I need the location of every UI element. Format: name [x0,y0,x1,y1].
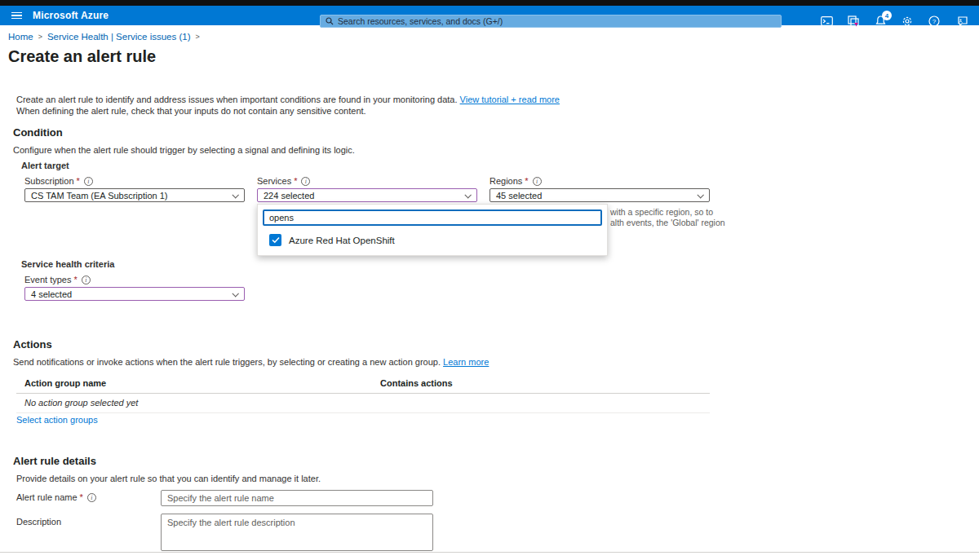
directories-filter-icon[interactable] [847,15,860,28]
alert-rule-name-info-icon[interactable]: i [87,493,96,502]
required-asterisk: * [294,176,297,186]
description-label: Description [16,517,61,527]
chevron-down-icon [232,290,238,297]
condition-description: Configure when the alert rule should tri… [13,145,355,155]
intro-line1: Create an alert rule to identify and add… [16,95,458,104]
actions-description: Send notifications or invoke actions whe… [13,357,489,367]
alert-rule-name-label: Alert rule name * i [16,492,96,502]
table-header-row: Action group name Contains actions [16,374,710,394]
option-checkbox-checked[interactable] [269,234,281,246]
global-search-placeholder: Search resources, services, and docs (G+… [338,16,503,26]
learn-more-link[interactable]: Learn more [443,357,489,367]
intro-text: Create an alert rule to identify and add… [16,94,685,117]
global-search-input[interactable]: Search resources, services, and docs (G+… [320,15,782,28]
breadcrumb-service-health-link[interactable]: Service Health | Service issues (1) [47,32,191,42]
column-contains-actions: Contains actions [380,378,453,388]
service-option-row[interactable]: Azure Red Hat OpenShift [258,227,607,248]
page-more-menu-icon[interactable]: ··· [142,52,154,64]
alert-rule-details-description: Provide details on your alert rule so th… [16,474,321,483]
service-health-criteria-heading: Service health criteria [21,259,114,269]
event-types-label: Event types * i [24,275,91,284]
search-icon [326,17,334,25]
regions-dropdown[interactable]: 45 selected [490,188,710,202]
empty-state-text: No action group selected yet [24,398,138,408]
azure-top-bar: Microsoft Azure Search resources, servic… [0,6,979,25]
breadcrumb-home-link[interactable]: Home [8,32,33,42]
chevron-down-icon [232,192,238,198]
alert-target-label: Alert target [21,161,69,170]
subscription-label: Subscription * i [24,176,93,186]
services-info-icon[interactable]: i [301,177,310,186]
cloud-shell-icon[interactable] [820,15,833,28]
services-dropdown-flyout: Azure Red Hat OpenShift [257,204,608,256]
notification-count-badge: 4 [882,11,892,20]
subscription-dropdown[interactable]: CS TAM Team (EA Subscription 1) [24,188,245,202]
azure-brand-title[interactable]: Microsoft Azure [33,10,109,21]
top-bar-icons: 4 ? [820,11,968,31]
services-dropdown[interactable]: 224 selected [257,188,477,202]
service-option-label: Azure Red Hat OpenShift [289,236,395,245]
subscription-info-icon[interactable]: i [84,177,93,186]
chevron-down-icon [697,192,703,198]
help-icon[interactable]: ? [928,15,941,28]
alert-rule-name-input[interactable] [161,490,433,506]
svg-text:?: ? [932,18,937,25]
regions-helper-text: with a specific region, so to alth event… [610,207,749,228]
event-types-info-icon[interactable]: i [82,276,91,284]
description-textarea[interactable] [161,514,433,551]
regions-info-icon[interactable]: i [533,177,542,186]
required-asterisk: * [80,492,83,502]
column-action-group-name: Action group name [24,378,380,388]
page-title: Create an alert rule [8,47,156,66]
chevron-down-icon [464,192,471,198]
actions-heading: Actions [13,338,52,351]
required-asterisk: * [73,275,77,284]
services-label: Services * i [257,176,310,186]
feedback-icon[interactable] [955,15,968,28]
alert-rule-details-heading: Alert rule details [13,455,96,467]
regions-label: Regions * i [490,176,542,186]
breadcrumb-chevron-icon: > [196,33,200,41]
services-filter-input[interactable] [264,211,600,224]
footer-divider [0,552,979,560]
notifications-bell-icon[interactable]: 4 [874,15,887,28]
settings-gear-icon[interactable] [901,15,914,28]
menu-icon[interactable] [0,6,33,25]
table-empty-row: No action group selected yet [16,394,710,413]
breadcrumb: Home > Service Health | Service issues (… [8,32,200,42]
condition-heading: Condition [13,126,63,139]
services-filter-field [263,209,602,226]
required-asterisk: * [525,176,528,186]
window-top-strip [0,0,979,6]
view-tutorial-link[interactable]: View tutorial + read more [460,95,560,104]
action-groups-table: Action group name Contains actions No ac… [16,374,710,413]
azure-portal-page: Microsoft Azure Search resources, servic… [0,0,979,560]
intro-line2: When defining the alert rule, check that… [16,106,366,116]
select-action-groups-link[interactable]: Select action groups [16,415,98,425]
event-types-dropdown[interactable]: 4 selected [24,287,245,301]
required-asterisk: * [77,176,80,186]
breadcrumb-chevron-icon: > [38,33,42,41]
